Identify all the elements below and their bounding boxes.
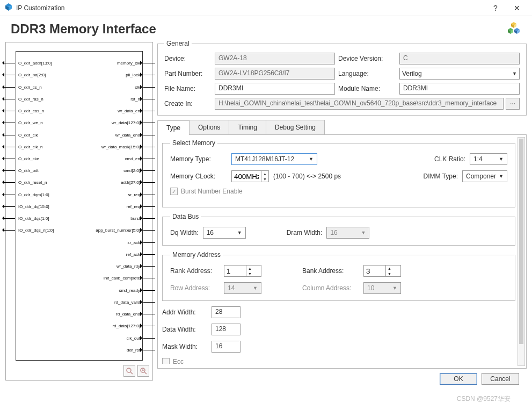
part-number-label: Part Number: [164,70,212,77]
tab-body: Select Memory Memory Type: MT41J128M16JT… [157,135,527,369]
bank-address-spinbox[interactable]: ▲▼ [363,265,401,277]
ecc-checkbox: Ecc [162,358,184,364]
device-label: Device: [164,55,212,62]
language-select[interactable]: Verilog▼ [399,68,520,80]
signal-out: O_ddr_odt [18,168,39,173]
file-name-input[interactable]: DDR3MI [215,83,335,95]
dimm-type-select[interactable]: Componer▼ [462,170,507,182]
tab-timing[interactable]: Timing [229,120,266,134]
signal-in: wr_data_mask[15:0] [101,144,140,149]
signal-in: memory_clk [117,61,140,66]
close-button[interactable]: ✕ [506,4,528,12]
signal-out: O_ddr_dqm[1:0] [18,192,49,197]
memory-clock-spinbox[interactable]: ▲▼ [231,170,269,182]
dram-width-label: Dram Width: [287,229,323,236]
dq-width-label: Dq Width: [170,229,199,236]
signal-out: O_ddr_clk_n [18,144,42,149]
device-field: GW2A-18 [215,53,335,64]
general-legend: General [164,40,192,47]
create-in-field: H:\helai_GOWIN_china\helai_test\helai_GO… [215,98,504,110]
data-bus-legend: Data Bus [170,213,201,220]
memory-type-select[interactable]: MT41J128M16JT-12▼ [231,153,317,165]
tab-type[interactable]: Type [157,120,190,135]
help-button[interactable]: ? [485,4,506,12]
signal-in: rd_data_valid [114,299,140,304]
memory-clock-label: Memory CLock: [170,173,227,180]
svg-line-13 [130,372,133,374]
signal-in: cmd_ready [119,288,140,292]
signal-out: O_ddr_cas_n [18,109,44,113]
signal-in: pll_lock [126,73,140,77]
signal-in: ref_ack [126,252,140,256]
clk-ratio-label: CLK Ratio: [434,155,465,163]
titlebar: IP Customization ? ✕ [0,0,532,16]
ecc-label: Ecc [173,358,184,364]
signal-in: addr[27:0] [121,180,140,185]
zoom-fit-button[interactable] [123,365,135,377]
signal-out: O_ddr_clk [18,132,38,137]
signal-out: O_ddr_cke [18,156,39,161]
signal-out: O_ddr_ba[2:0] [18,73,46,77]
signal-in: init_calib_complete [104,276,140,281]
rank-address-spinbox[interactable]: ▲▼ [224,265,261,277]
cubes-icon [506,21,521,37]
bank-address-label: Bank Address: [302,267,359,275]
column-address-select: 10▼ [363,282,401,294]
scrollbar[interactable] [518,137,525,366]
device-version-label: Device Version: [338,55,396,62]
signal-out: O_ddr_cs_n [18,84,42,89]
rank-address-label: Rank Address: [170,267,220,275]
signal-in: rd_data[127:0] [112,324,140,328]
signal-out: IO_ddr_dqs_n[1:0] [18,228,54,233]
column-address-label: Column Address: [302,284,359,292]
signal-in: clk_out [127,335,140,340]
data-bus-group: Data Bus Dq Width: 16▼ Dram Width: 16▼ [162,213,515,246]
burst-number-enable-checkbox: ✓ Burst Number Enable [170,188,243,195]
signal-in: wr_data_end [115,132,140,137]
signal-in: rst_n [130,96,140,101]
signal-out: O_ddr_ras_n [18,96,43,101]
data-width-label: Data Width: [162,326,207,333]
clk-ratio-select[interactable]: 1:4▼ [470,153,507,165]
signal-in: wr_data_en [118,109,140,113]
dq-width-select[interactable]: 16▼ [203,227,246,239]
signal-in: cmd_en [125,156,140,161]
signal-out: O_ddr_addr[13:0] [18,61,52,66]
tab-options[interactable]: Options [189,120,229,134]
part-number-field: GW2A-LV18PG256C8/I7 [215,68,335,80]
tab-debug-setting[interactable]: Debug Setting [266,120,325,134]
dimm-type-label: DIMM Type: [424,173,458,180]
signal-out: IO_ddr_dq[15:0] [18,204,49,209]
data-width-input[interactable]: 128 [212,324,241,335]
zoom-in-button[interactable] [137,365,149,377]
dram-width-select: 16▼ [326,227,369,239]
language-label: Language: [338,70,396,77]
file-name-label: File Name: [164,85,212,92]
select-memory-legend: Select Memory [170,139,217,147]
window-title: IP Customization [16,4,65,12]
signal-in: wr_data_rdy [116,264,140,269]
signal-in: burst [130,216,140,221]
signal-in: cmd[2:0] [123,168,140,173]
row-address-select: 14▼ [224,282,261,294]
mask-width-input[interactable]: 16 [212,341,241,353]
svg-point-12 [127,368,131,372]
browse-button[interactable]: ... [506,98,520,110]
memory-address-group: Memory Address Rank Address: ▲▼ Bank Add… [162,251,515,301]
memory-address-legend: Memory Address [170,251,223,259]
signal-out: O_ddr_we_n [18,120,43,125]
memory-type-label: Memory Type: [170,155,227,163]
mask-width-label: Mask Width: [162,343,207,350]
addr-width-input[interactable]: 28 [212,306,241,318]
block-diagram: O_ddr_addr[13:0]memory_clkO_ddr_ba[2:0]p… [5,42,153,381]
signal-out: O_ddr_reset_n [18,180,47,185]
signal-in: sr_req [128,192,140,197]
row-address-label: Row Address: [170,284,220,292]
general-group: General Device: GW2A-18 Device Version: … [157,40,527,116]
signal-in: ddr_rst [127,347,140,352]
cancel-button[interactable]: Cancel [482,373,519,385]
tab-strip: Type Options Timing Debug Setting [157,120,527,135]
module-name-input[interactable]: DDR3MI [399,83,520,95]
app-logo-icon [4,3,13,13]
ok-button[interactable]: OK [440,373,477,385]
